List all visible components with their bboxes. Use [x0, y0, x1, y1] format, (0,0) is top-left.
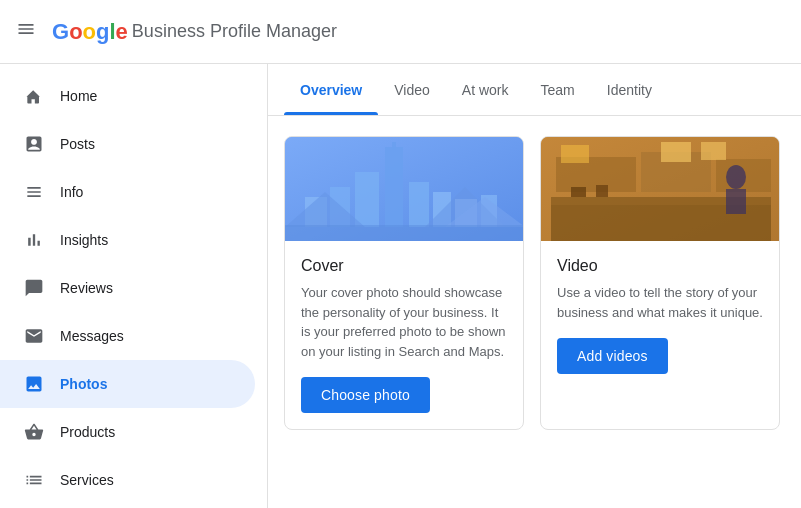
cover-card-desc: Your cover photo should showcase the per…	[301, 283, 507, 361]
app-header: Google Business Profile Manager	[0, 0, 801, 64]
services-icon	[24, 470, 44, 490]
cover-card-body: Cover Your cover photo should showcase t…	[285, 241, 523, 429]
svg-point-23	[726, 165, 746, 189]
main-content: Overview Video At work Team Identity	[268, 64, 801, 508]
app-title: Business Profile Manager	[132, 21, 337, 42]
sidebar-item-home[interactable]: Home	[0, 72, 255, 120]
cover-card-title: Cover	[301, 257, 507, 275]
sidebar-label-reviews: Reviews	[60, 280, 113, 296]
sidebar-label-photos: Photos	[60, 376, 107, 392]
sidebar-item-info[interactable]: Info	[0, 168, 255, 216]
sidebar-item-posts[interactable]: Posts	[0, 120, 255, 168]
cover-image	[285, 137, 523, 241]
svg-rect-3	[355, 172, 379, 227]
sidebar-label-insights: Insights	[60, 232, 108, 248]
sidebar-item-insights[interactable]: Insights	[0, 216, 255, 264]
svg-rect-22	[561, 145, 589, 163]
tab-video[interactable]: Video	[378, 64, 446, 115]
sidebar-label-posts: Posts	[60, 136, 95, 152]
svg-rect-20	[661, 142, 691, 162]
video-image	[541, 137, 779, 241]
cover-card: Cover Your cover photo should showcase t…	[284, 136, 524, 430]
messages-icon	[24, 326, 44, 346]
svg-rect-21	[701, 142, 726, 160]
svg-rect-26	[596, 185, 608, 197]
sidebar: Home Posts Info Insi	[0, 64, 268, 508]
sidebar-item-products[interactable]: Products	[0, 408, 255, 456]
reviews-icon	[24, 278, 44, 298]
sidebar-item-messages[interactable]: Messages	[0, 312, 255, 360]
sidebar-label-products: Products	[60, 424, 115, 440]
photos-icon	[24, 374, 44, 394]
insights-icon	[24, 230, 44, 250]
tab-team[interactable]: Team	[525, 64, 591, 115]
svg-rect-25	[571, 187, 586, 197]
svg-rect-13	[285, 225, 523, 241]
sidebar-label-info: Info	[60, 184, 83, 200]
google-logo: Google Business Profile Manager	[52, 19, 337, 45]
menu-icon[interactable]	[16, 19, 36, 44]
choose-photo-button[interactable]: Choose photo	[301, 377, 430, 413]
tab-identity[interactable]: Identity	[591, 64, 668, 115]
svg-rect-6	[409, 182, 429, 227]
svg-rect-1	[385, 147, 403, 227]
svg-rect-2	[392, 142, 396, 150]
main-layout: Home Posts Info Insi	[0, 64, 801, 508]
add-videos-button[interactable]: Add videos	[557, 338, 668, 374]
products-icon	[24, 422, 44, 442]
video-card-body: Video Use a video to tell the story of y…	[541, 241, 779, 390]
sidebar-item-reviews[interactable]: Reviews	[0, 264, 255, 312]
svg-rect-24	[726, 189, 746, 214]
posts-icon	[24, 134, 44, 154]
tab-overview[interactable]: Overview	[284, 64, 378, 115]
sidebar-item-services[interactable]: Services	[0, 456, 255, 504]
tab-at-work[interactable]: At work	[446, 64, 525, 115]
sidebar-label-home: Home	[60, 88, 97, 104]
cards-area: Cover Your cover photo should showcase t…	[268, 116, 801, 450]
sidebar-item-photos[interactable]: Photos	[0, 360, 255, 408]
video-card-title: Video	[557, 257, 763, 275]
info-icon	[24, 182, 44, 202]
sidebar-label-services: Services	[60, 472, 114, 488]
video-card-desc: Use a video to tell the story of your bu…	[557, 283, 763, 322]
sidebar-label-messages: Messages	[60, 328, 124, 344]
video-card: Video Use a video to tell the story of y…	[540, 136, 780, 430]
home-icon	[24, 86, 44, 106]
photo-tabs: Overview Video At work Team Identity	[268, 64, 801, 116]
